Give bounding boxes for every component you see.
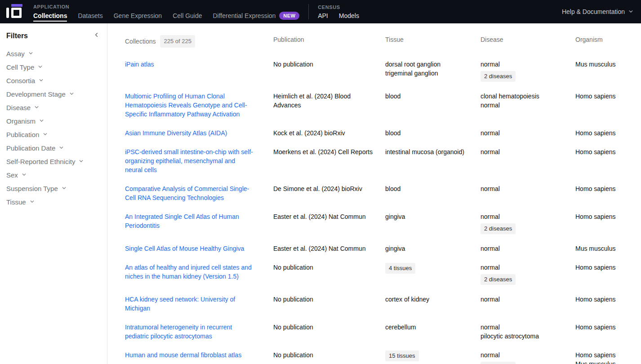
filter-label: Development Stage bbox=[6, 90, 66, 98]
tissue-cell-value: intestinal mucosa (organoid) bbox=[385, 147, 473, 156]
nav-label: Cell Guide bbox=[173, 12, 202, 19]
logo-top-bar bbox=[11, 4, 22, 7]
cellxgene-logo[interactable] bbox=[6, 4, 22, 19]
table-title: Collections bbox=[125, 37, 156, 46]
logo-left-bar bbox=[6, 8, 9, 18]
column-header-disease: Disease bbox=[481, 35, 575, 48]
table-row: Comparative Analysis of Commercial Singl… bbox=[125, 179, 641, 207]
filter-cell-type[interactable]: Cell Type bbox=[6, 60, 101, 74]
column-header-publication: Publication bbox=[273, 35, 385, 48]
tissue-cell-value: gingiva bbox=[385, 212, 473, 221]
help-documentation-menu[interactable]: Help & Documentation bbox=[562, 8, 634, 16]
tissue-cell: cortex of kidney bbox=[385, 295, 481, 313]
count-pill: 2 diseases bbox=[481, 274, 516, 285]
filter-publication[interactable]: Publication bbox=[6, 128, 101, 141]
collection-link[interactable]: iPSC-derived small intestine-on-chip wit… bbox=[125, 148, 253, 173]
filter-sex[interactable]: Sex bbox=[6, 168, 101, 182]
tissue-cell: blood bbox=[385, 92, 481, 119]
filter-label: Publication Date bbox=[6, 144, 55, 152]
collection-link[interactable]: Single Cell Atlas of Mouse Healthy Gingi… bbox=[125, 245, 244, 252]
logo-square bbox=[11, 8, 22, 18]
organism-cell-value: Mus musculus bbox=[575, 360, 634, 364]
nav-api[interactable]: API bbox=[318, 12, 328, 19]
nav-collections[interactable]: Collections bbox=[33, 12, 67, 22]
count-pill: 2 diseases bbox=[481, 71, 516, 82]
publication-cell: Heimlich et al. (2024) Blood Advances bbox=[273, 92, 385, 119]
filter-assay[interactable]: Assay bbox=[6, 47, 101, 60]
collection-link[interactable]: Multiomic Profiling of Human Clonal Hema… bbox=[125, 93, 247, 118]
tissue-cell: dorsal root gangliontrigeminal ganglion bbox=[385, 60, 481, 82]
disease-cell: normal2 diseases bbox=[481, 60, 575, 82]
tissue-cell: cerebellum bbox=[385, 323, 481, 341]
census-nav: APIModels bbox=[318, 12, 359, 19]
nav-gene-expression[interactable]: Gene Expression bbox=[114, 12, 162, 19]
publication-cell: No publication bbox=[273, 323, 385, 341]
chevron-down-icon bbox=[69, 90, 75, 98]
filters-sidebar: Filters AssayCell TypeConsortiaDevelopme… bbox=[0, 23, 107, 364]
chevron-down-icon bbox=[28, 49, 34, 58]
publication-cell: No publication bbox=[273, 295, 385, 313]
filter-self-reported-ethnicity[interactable]: Self-Reported Ethnicity bbox=[6, 155, 101, 168]
filter-consortia[interactable]: Consortia bbox=[6, 74, 101, 87]
collection-link[interactable]: Human and mouse dermal fibroblast atlas bbox=[125, 351, 241, 359]
collection-link[interactable]: Asian Immune Diversity Atlas (AIDA) bbox=[125, 129, 227, 137]
organism-cell: Homo sapiens bbox=[575, 129, 641, 138]
sidebar-collapse-button[interactable] bbox=[92, 31, 101, 41]
organism-cell-value: Homo sapiens bbox=[575, 129, 634, 138]
collection-name-cell: iPSC-derived small intestine-on-chip wit… bbox=[125, 147, 273, 174]
collection-link[interactable]: Intratumoral heterogeneity in recurrent … bbox=[125, 324, 232, 340]
collection-link[interactable]: Comparative Analysis of Commercial Singl… bbox=[125, 185, 249, 201]
collection-name-cell: Comparative Analysis of Commercial Singl… bbox=[125, 184, 273, 202]
disease-cell-value: normal bbox=[481, 184, 568, 193]
filter-publication-date[interactable]: Publication Date bbox=[6, 141, 101, 155]
table-row: Asian Immune Diversity Atlas (AIDA)Kock … bbox=[125, 124, 641, 142]
nav-models[interactable]: Models bbox=[339, 12, 359, 19]
filter-label: Tissue bbox=[6, 198, 26, 206]
chevron-down-icon bbox=[38, 76, 44, 84]
table-row: Human and mouse dermal fibroblast atlasN… bbox=[125, 346, 641, 364]
chevron-down-icon bbox=[628, 8, 634, 16]
disease-cell-value: normal bbox=[481, 295, 568, 304]
tissue-cell: 4 tissues bbox=[385, 263, 481, 285]
nav-label: Gene Expression bbox=[114, 12, 162, 19]
filter-label: Assay bbox=[6, 50, 25, 58]
tissue-cell: 15 tissues bbox=[385, 351, 481, 364]
filter-tissue[interactable]: Tissue bbox=[6, 195, 101, 209]
filter-list: AssayCell TypeConsortiaDevelopment Stage… bbox=[6, 47, 101, 209]
collection-link[interactable]: HCA kidney seed network: University of M… bbox=[125, 296, 235, 312]
collection-link[interactable]: An Integrated Single Cell Atlas of Human… bbox=[125, 213, 239, 229]
collection-link[interactable]: iPain atlas bbox=[125, 61, 154, 68]
tissue-cell-value: blood bbox=[385, 184, 473, 193]
organism-cell-value: Homo sapiens bbox=[575, 323, 634, 332]
chevron-left-icon bbox=[93, 31, 100, 40]
filter-development-stage[interactable]: Development Stage bbox=[6, 87, 101, 101]
chevron-down-icon bbox=[78, 157, 84, 165]
publication-cell: Easter et al. (2024) Nat Commun bbox=[273, 244, 385, 253]
collection-link[interactable]: An atlas of healthy and injured cell sta… bbox=[125, 264, 252, 280]
publication-cell: Moerkens et al. (2024) Cell Reports bbox=[273, 147, 385, 174]
chevron-down-icon bbox=[29, 198, 35, 206]
filter-label: Suspension Type bbox=[6, 185, 58, 192]
filter-organism[interactable]: Organism bbox=[6, 114, 101, 128]
filter-suspension-type[interactable]: Suspension Type bbox=[6, 182, 101, 195]
column-header-tissue: Tissue bbox=[385, 35, 481, 48]
nav-datasets[interactable]: Datasets bbox=[78, 12, 102, 19]
census-nav-group: CENSUS APIModels bbox=[318, 0, 359, 23]
app-header: APPLICATION CollectionsDatasetsGene Expr… bbox=[0, 0, 641, 23]
organism-cell: Homo sapiens bbox=[575, 263, 641, 285]
disease-cell: normal bbox=[481, 147, 575, 174]
disease-cell-value: clonal hematopoiesis bbox=[481, 92, 568, 101]
table-row: iPSC-derived small intestine-on-chip wit… bbox=[125, 142, 641, 179]
table-row: HCA kidney seed network: University of M… bbox=[125, 290, 641, 318]
count-pill: 2 diseases bbox=[481, 223, 516, 234]
disease-cell-value: normal bbox=[481, 60, 568, 69]
nav-cell-guide[interactable]: Cell Guide bbox=[173, 12, 202, 19]
filter-disease[interactable]: Disease bbox=[6, 101, 101, 114]
nav-differential-expression[interactable]: Differential ExpressionNEW bbox=[213, 12, 300, 20]
disease-cell-value: normal bbox=[481, 147, 568, 156]
organism-cell: Homo sapiens bbox=[575, 147, 641, 174]
organism-cell: Homo sapiens bbox=[575, 323, 641, 341]
chevron-down-icon bbox=[21, 171, 27, 179]
organism-cell: Homo sapiens bbox=[575, 92, 641, 119]
column-header-organism: Organism bbox=[575, 35, 641, 48]
